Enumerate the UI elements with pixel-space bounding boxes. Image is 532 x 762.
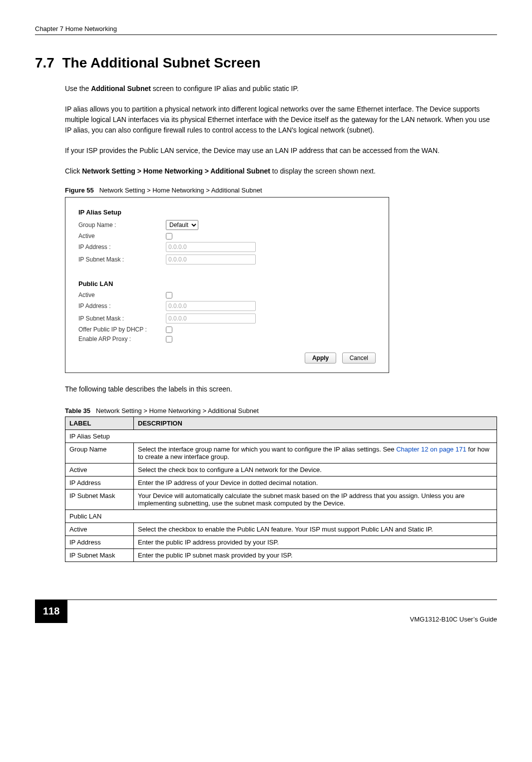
publiclan-arp-checkbox[interactable] bbox=[166, 336, 172, 342]
additional-subnet-screenshot: IP Alias Setup Group Name : Default Acti… bbox=[65, 197, 389, 373]
paragraph: Click Network Setting > Home Networking … bbox=[65, 166, 497, 176]
table-row: IP AddressEnter the public IP address pr… bbox=[65, 536, 497, 549]
paragraph: The following table describes the labels… bbox=[65, 384, 497, 394]
table-row: ActiveSelect the checkbox to enable the … bbox=[65, 523, 497, 536]
paragraph: IP alias allows you to partition a physi… bbox=[65, 104, 497, 136]
figure-caption: Figure 55 Network Setting > Home Network… bbox=[65, 186, 497, 194]
table-header-row: LABEL DESCRIPTION bbox=[65, 417, 497, 430]
public-lan-title: Public LAN bbox=[78, 280, 376, 288]
table-row: IP Subnet MaskYour Device will automatic… bbox=[65, 490, 497, 510]
page-footer: 118 VMG1312-B10C User’s Guide bbox=[35, 600, 497, 623]
table-header-label: LABEL bbox=[65, 417, 134, 430]
cross-reference-link[interactable]: Chapter 12 on page 171 bbox=[396, 446, 466, 453]
table-row: Group Name Select the interface group na… bbox=[65, 443, 497, 464]
publiclan-ip-label: IP Address : bbox=[78, 302, 166, 310]
table-row: Public LAN bbox=[65, 510, 497, 523]
page-number: 118 bbox=[35, 600, 67, 623]
group-name-label: Group Name : bbox=[78, 222, 166, 228]
table-row: IP AddressEnter the IP address of your D… bbox=[65, 476, 497, 490]
group-name-select[interactable]: Default bbox=[166, 220, 198, 230]
table-caption: Table 35 Network Setting > Home Networki… bbox=[65, 407, 497, 414]
running-header: Chapter 7 Home Networking bbox=[35, 25, 497, 35]
ipalias-ip-input[interactable] bbox=[166, 242, 256, 252]
table-row: IP Subnet MaskEnter the public IP subnet… bbox=[65, 549, 497, 562]
ipalias-mask-label: IP Subnet Mask : bbox=[78, 256, 166, 263]
ipalias-ip-label: IP Address : bbox=[78, 244, 166, 250]
section-heading: 7.7 The Additional Subnet Screen bbox=[35, 55, 497, 71]
chapter-title: Chapter 7 Home Networking bbox=[35, 25, 117, 32]
table-header-description: DESCRIPTION bbox=[134, 417, 497, 430]
paragraph: Use the Additional Subnet screen to conf… bbox=[65, 84, 497, 94]
ip-alias-setup-title: IP Alias Setup bbox=[78, 208, 376, 216]
ipalias-active-checkbox[interactable] bbox=[166, 233, 172, 240]
publiclan-active-checkbox[interactable] bbox=[166, 292, 172, 298]
apply-button[interactable]: Apply bbox=[305, 352, 336, 364]
ipalias-active-label: Active bbox=[78, 232, 166, 240]
publiclan-dhcp-label: Offer Public IP by DHCP : bbox=[78, 326, 166, 333]
table-row: ActiveSelect the check box to configure … bbox=[65, 464, 497, 476]
label-description-table: LABEL DESCRIPTION IP Alias Setup Group N… bbox=[65, 416, 497, 562]
paragraph: If your ISP provides the Public LAN serv… bbox=[65, 146, 497, 156]
cancel-button[interactable]: Cancel bbox=[342, 352, 376, 364]
publiclan-arp-label: Enable ARP Proxy : bbox=[78, 336, 166, 342]
publiclan-mask-label: IP Subnet Mask : bbox=[78, 315, 166, 322]
publiclan-ip-input[interactable] bbox=[166, 301, 256, 311]
publiclan-dhcp-checkbox[interactable] bbox=[166, 326, 172, 333]
publiclan-active-label: Active bbox=[78, 292, 166, 298]
guide-title: VMG1312-B10C User’s Guide bbox=[67, 612, 497, 623]
publiclan-mask-input[interactable] bbox=[166, 314, 256, 324]
table-row: IP Alias Setup bbox=[65, 430, 497, 443]
ipalias-mask-input[interactable] bbox=[166, 254, 256, 264]
